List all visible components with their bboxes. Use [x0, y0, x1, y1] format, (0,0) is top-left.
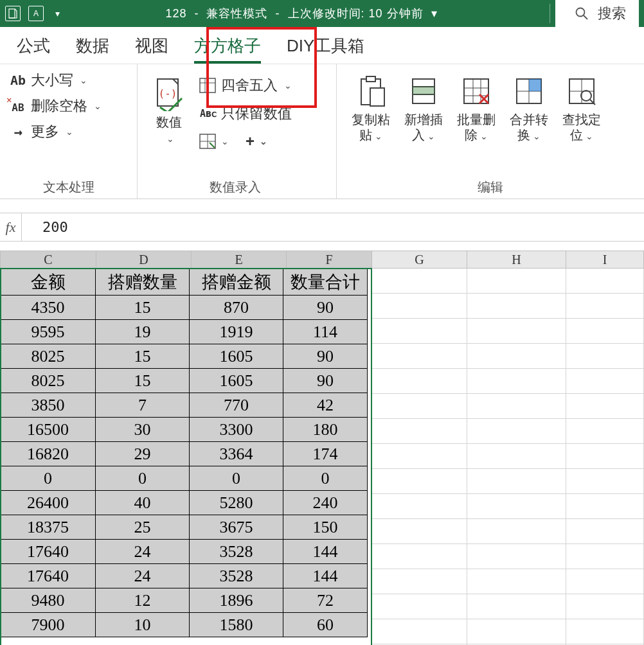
- new-insert-button[interactable]: 新增插入⌄: [398, 75, 449, 143]
- cell[interactable]: 60: [283, 613, 368, 637]
- cell[interactable]: 12: [96, 588, 190, 613]
- empty-cell[interactable]: [372, 519, 467, 543]
- case-button[interactable]: Ab 大小写 ⌄: [9, 71, 128, 90]
- round-button[interactable]: 四舍五入 ⌄: [199, 76, 292, 95]
- copy-paste-button[interactable]: 复制粘贴⌄: [346, 75, 396, 143]
- empty-cell[interactable]: [372, 319, 467, 343]
- qat-icon-1[interactable]: [5, 6, 21, 21]
- cell[interactable]: 90: [283, 296, 368, 320]
- cell[interactable]: 3528: [190, 540, 283, 564]
- table-header-C[interactable]: 金额: [1, 269, 96, 296]
- cell[interactable]: 40: [96, 491, 190, 515]
- table-header-E[interactable]: 搭赠金额: [190, 269, 283, 296]
- empty-cell[interactable]: [566, 544, 644, 569]
- cell[interactable]: 26400: [1, 491, 96, 515]
- cell[interactable]: 1919: [190, 320, 283, 344]
- cell[interactable]: 90: [283, 344, 368, 369]
- cell[interactable]: 144: [283, 564, 368, 588]
- cell[interactable]: 15: [96, 369, 190, 393]
- empty-cell[interactable]: [566, 569, 644, 594]
- col-header-F[interactable]: F: [287, 251, 372, 269]
- empty-cell[interactable]: [467, 619, 566, 644]
- cell[interactable]: 0: [96, 466, 190, 491]
- empty-grid[interactable]: [372, 269, 644, 645]
- empty-cell[interactable]: [467, 594, 566, 619]
- cell[interactable]: 3675: [190, 515, 283, 540]
- col-header-C[interactable]: C: [0, 251, 96, 269]
- table-row[interactable]: 17640243528144: [1, 564, 368, 588]
- misc-button-2[interactable]: + ⌄: [246, 132, 267, 150]
- cell[interactable]: 8025: [1, 369, 96, 393]
- numval-button[interactable]: (-) 数值 ⌄: [143, 77, 195, 144]
- empty-cell[interactable]: [467, 369, 566, 393]
- cell[interactable]: 0: [1, 466, 96, 491]
- col-header-E[interactable]: E: [192, 251, 287, 269]
- col-header-H[interactable]: H: [467, 251, 566, 269]
- table-row[interactable]: 790010158060: [1, 613, 368, 637]
- empty-cell[interactable]: [372, 544, 467, 569]
- col-header-I[interactable]: I: [566, 251, 644, 269]
- cell[interactable]: 5280: [190, 491, 283, 515]
- cell[interactable]: 24: [96, 564, 190, 588]
- cell[interactable]: 0: [190, 466, 283, 491]
- empty-cell[interactable]: [467, 269, 566, 293]
- cell[interactable]: 15: [96, 296, 190, 320]
- empty-cell[interactable]: [467, 344, 566, 368]
- cell[interactable]: 870: [190, 296, 283, 320]
- empty-cell[interactable]: [372, 469, 467, 493]
- cell[interactable]: 9480: [1, 588, 96, 613]
- table-row[interactable]: 16820293364174: [1, 442, 368, 466]
- tab-diy[interactable]: DIY工具箱: [287, 35, 364, 64]
- empty-cell[interactable]: [372, 594, 467, 619]
- empty-cell[interactable]: [566, 494, 644, 518]
- cell[interactable]: 770: [190, 393, 283, 418]
- data-table[interactable]: 金额搭赠数量搭赠金额数量合计43501587090959519191911480…: [0, 269, 368, 637]
- empty-cell[interactable]: [467, 319, 566, 343]
- empty-cell[interactable]: [467, 519, 566, 543]
- empty-cell[interactable]: [372, 294, 467, 318]
- fx-icon[interactable]: fx: [0, 213, 22, 241]
- cell[interactable]: 17640: [1, 540, 96, 564]
- cell[interactable]: 3850: [1, 393, 96, 418]
- qat-more-icon[interactable]: ▾: [51, 8, 60, 19]
- empty-cell[interactable]: [467, 569, 566, 594]
- cell[interactable]: 8025: [1, 344, 96, 369]
- table-row[interactable]: 26400405280240: [1, 491, 368, 515]
- empty-cell[interactable]: [566, 594, 644, 619]
- find-locate-button[interactable]: 查找定位⌄: [557, 75, 607, 143]
- cell[interactable]: 240: [283, 491, 368, 515]
- keepnum-button[interactable]: Aʙᴄ 只保留数值: [199, 104, 292, 123]
- empty-cell[interactable]: [566, 269, 644, 293]
- cell[interactable]: 114: [283, 320, 368, 344]
- empty-cell[interactable]: [372, 269, 467, 293]
- empty-cell[interactable]: [467, 419, 566, 443]
- more-button[interactable]: → 更多 ⌄: [9, 122, 128, 141]
- misc-button-1[interactable]: ⌄: [199, 134, 229, 149]
- cell[interactable]: 3528: [190, 564, 283, 588]
- empty-cell[interactable]: [372, 369, 467, 393]
- cell[interactable]: 150: [283, 515, 368, 540]
- empty-cell[interactable]: [372, 394, 467, 418]
- cell[interactable]: 1605: [190, 369, 283, 393]
- tab-formula[interactable]: 公式: [17, 35, 50, 64]
- table-row[interactable]: 16500303300180: [1, 418, 368, 442]
- empty-cell[interactable]: [467, 544, 566, 569]
- cell[interactable]: 9595: [1, 320, 96, 344]
- empty-cell[interactable]: [372, 444, 467, 468]
- table-row[interactable]: 0000: [1, 466, 368, 491]
- delete-space-button[interactable]: ✕ AB 删除空格 ⌄: [9, 96, 128, 116]
- empty-cell[interactable]: [372, 344, 467, 368]
- cell[interactable]: 1896: [190, 588, 283, 613]
- table-row[interactable]: 43501587090: [1, 296, 368, 320]
- table-row[interactable]: 9595191919114: [1, 320, 368, 344]
- cell[interactable]: 42: [283, 393, 368, 418]
- cell[interactable]: 7900: [1, 613, 96, 637]
- cell[interactable]: 1605: [190, 344, 283, 369]
- tab-view[interactable]: 视图: [135, 35, 168, 64]
- cell[interactable]: 29: [96, 442, 190, 466]
- empty-cell[interactable]: [566, 444, 644, 468]
- cell[interactable]: 0: [283, 466, 368, 491]
- empty-cell[interactable]: [467, 494, 566, 518]
- empty-cell[interactable]: [372, 419, 467, 443]
- cell[interactable]: 16820: [1, 442, 96, 466]
